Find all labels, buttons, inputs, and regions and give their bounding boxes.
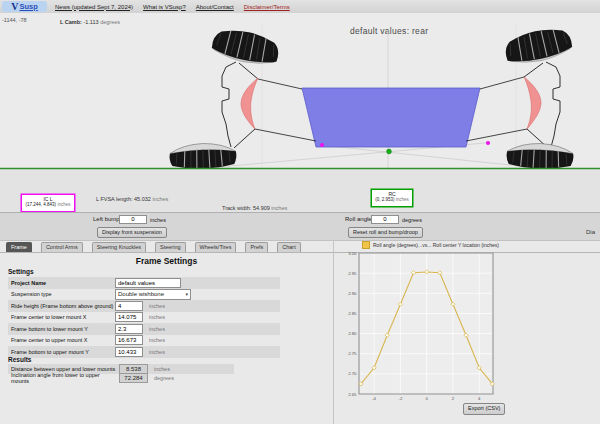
svg-text:-4: -4: [372, 396, 376, 401]
page-title: Frame Settings: [0, 256, 333, 266]
lower-mount-y-input[interactable]: [115, 324, 143, 334]
logo-susp: Susp: [19, 2, 37, 11]
tab-chart[interactable]: Chart: [277, 242, 300, 253]
fvsa-length-readout: L FVSA length: 45.032 inches: [96, 196, 168, 202]
tab-prefs[interactable]: Prefs: [245, 242, 268, 253]
reset-roll-bump-button[interactable]: Reset roll and bump/droop: [348, 227, 423, 239]
svg-text:2.80: 2.80: [348, 331, 357, 336]
tab-control-arms[interactable]: Control Arms: [41, 242, 83, 253]
tab-steering-knuckles[interactable]: Steering Knuckles: [92, 242, 146, 253]
below-ground-area: [0, 169, 600, 212]
header-links: News (updated Sept 7, 2024) What is VSus…: [55, 0, 290, 13]
svg-text:2.70: 2.70: [348, 371, 357, 376]
ic-left-marker: [320, 143, 324, 147]
settings-form: Project Name Suspension type Double wish…: [8, 277, 280, 358]
roll-angle-input[interactable]: [371, 215, 399, 224]
left-bump-label: Left bump:: [93, 216, 121, 222]
export-csv-button[interactable]: Export (CSV): [463, 403, 505, 415]
ic-left-label-box: IC L (17.244, 4.843) inches: [21, 194, 75, 212]
vsusp-app: V Susp News (updated Sept 7, 2024) What …: [0, 0, 600, 424]
link-disclaimer-terms[interactable]: Disclaimer/Terms: [244, 4, 290, 10]
chevron-down-icon: ▾: [185, 291, 188, 297]
svg-text:-2: -2: [398, 396, 402, 401]
clipped-right-link[interactable]: Dia: [586, 229, 595, 235]
form-row-upper-mount-x: Frame center to upper mount X inches: [8, 335, 280, 347]
roll-angle-unit: degrees: [402, 217, 422, 223]
svg-text:0: 0: [425, 396, 428, 401]
svg-text:2.95: 2.95: [348, 271, 357, 276]
results-table: Distance between upper and lower mounts …: [8, 364, 234, 383]
tab-frame[interactable]: Frame: [6, 242, 32, 253]
header-bar: V Susp News (updated Sept 7, 2024) What …: [0, 0, 600, 14]
form-row-upper-mount-y: Frame bottom to upper mount Y inches: [8, 346, 280, 358]
right-top-tire: [502, 24, 574, 67]
left-bump-input[interactable]: [119, 215, 147, 224]
roll-center-marker: [387, 149, 392, 154]
diagram-canvas: [0, 13, 600, 212]
form-row-project-name: Project Name: [8, 277, 280, 289]
inclination-angle-value: 72.284: [119, 373, 148, 383]
display-front-suspension-button[interactable]: Display front suspension: [97, 227, 167, 239]
suspension-type-select[interactable]: Double wishbone ▾: [115, 289, 191, 300]
svg-text:2.90: 2.90: [348, 291, 357, 296]
track-width-readout: Track width: 54.909 inches: [222, 205, 287, 211]
upper-mount-x-input[interactable]: [115, 335, 143, 345]
form-row-lower-mount-y: Frame bottom to lower mount Y inches: [8, 323, 280, 335]
roll-center-chart: 2.652.702.752.802.852.902.953.00-4-2024: [341, 246, 511, 406]
svg-text:4: 4: [478, 396, 481, 401]
project-name-input[interactable]: [115, 278, 181, 288]
roll-center-label-box: RC (0, 2.953) inches: [371, 189, 413, 207]
form-row-lower-mount-x: Frame center to lower mount X inches: [8, 312, 280, 324]
svg-text:2.65: 2.65: [348, 392, 357, 397]
svg-text:2.85: 2.85: [348, 311, 357, 316]
lower-mount-x-input[interactable]: [115, 312, 143, 322]
ride-height-input[interactable]: [115, 301, 143, 311]
link-about-contact[interactable]: About/Contact: [196, 4, 234, 10]
suspension-diagram: -1144, -78 L Camb: -1.113 degrees defaul…: [0, 13, 600, 212]
results-heading: Results: [8, 356, 31, 363]
mount-distance-value: 8.538: [119, 364, 148, 374]
chart-panel: Roll angle (degrees)...vs... Roll center…: [333, 240, 600, 424]
roll-angle-label: Roll angle:: [345, 216, 373, 222]
link-news[interactable]: News (updated Sept 7, 2024): [55, 4, 133, 10]
left-control-arm: [241, 78, 258, 129]
link-what-is-vsusp[interactable]: What is VSusp?: [143, 4, 186, 10]
upper-mount-y-input[interactable]: [115, 347, 143, 357]
svg-text:2: 2: [452, 396, 455, 401]
diagram-toolbar: Left bump: inches Display front suspensi…: [0, 212, 600, 241]
form-row-ride-height: Ride height (Frame bottom above ground) …: [8, 300, 280, 312]
tab-wheels-tires[interactable]: Wheels/Tires: [195, 242, 237, 253]
ic-right-marker: [486, 141, 490, 145]
right-control-arm: [524, 77, 541, 129]
frame-polygon: [302, 88, 480, 147]
vsusp-logo[interactable]: V Susp: [2, 1, 47, 12]
left-bump-unit: inches: [150, 217, 166, 223]
svg-text:3.00: 3.00: [348, 251, 357, 256]
left-bottom-tire: [169, 142, 237, 169]
logo-letter-v: V: [11, 2, 18, 12]
settings-heading: Settings: [8, 268, 34, 275]
result-row-inclination-angle: Inclination angle from lower to upper mo…: [8, 374, 234, 384]
form-row-suspension-type: Suspension type Double wishbone ▾: [8, 289, 280, 301]
tab-steering[interactable]: Steering: [155, 242, 186, 253]
svg-text:2.75: 2.75: [348, 351, 357, 356]
left-top-tire: [210, 25, 282, 68]
